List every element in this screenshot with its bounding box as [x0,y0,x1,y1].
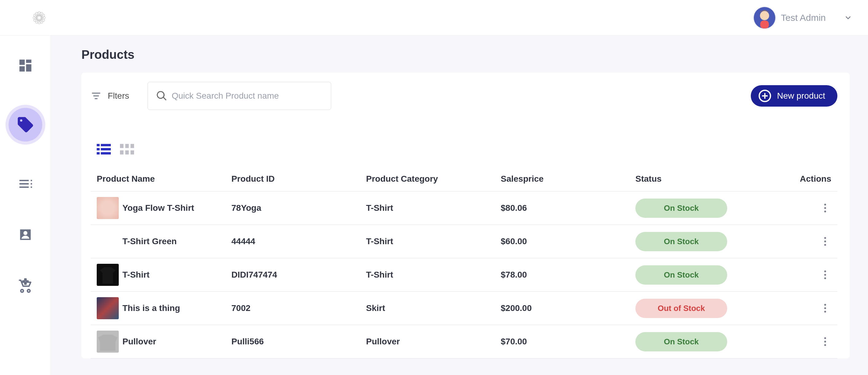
cell-category: Skirt [366,303,501,313]
col-price: Salesprice [501,174,636,184]
product-name: T-Shirt [122,270,150,280]
toolbar: Flters New product [91,82,837,110]
filter-icon [91,90,102,102]
product-name: Yoga Flow T-Shirt [122,203,194,213]
row-more-button[interactable] [819,336,831,348]
row-more-button[interactable] [819,302,831,314]
svg-rect-23 [120,150,124,154]
chevron-down-icon [843,13,853,22]
sidebar-item-orders[interactable] [17,175,34,193]
cell-category: Pullover [366,337,501,347]
cell-status: On Stock [636,232,770,251]
product-name: T-Shirt Green [122,236,177,246]
view-list-button[interactable] [97,144,111,156]
table-header: Product Name Product ID Product Category… [91,167,837,192]
svg-point-34 [824,277,826,279]
cell-category: T-Shirt [366,270,501,280]
svg-point-10 [23,231,27,235]
user-name: Test Admin [781,12,826,23]
page-title: Products [82,48,850,62]
cell-price: $60.00 [501,236,636,246]
more-vertical-icon [824,237,826,246]
sidebar-item-cart[interactable] [17,277,34,294]
table-row[interactable]: PulloverPulli566Pullover$70.00On Stock [91,325,837,358]
table-row[interactable]: This is a thing7002Skirt$200.00Out of St… [91,292,837,325]
svg-point-39 [824,341,826,343]
sidebar-item-customers[interactable] [17,226,34,243]
brand-logo[interactable] [31,9,48,26]
col-status: Status [636,174,770,184]
more-vertical-icon [824,270,826,280]
svg-point-32 [824,270,826,272]
tag-icon [16,116,35,134]
cell-name: Yoga Flow T-Shirt [97,197,231,219]
product-thumbnail [97,297,119,319]
status-badge: On Stock [636,199,727,218]
view-toggle [91,144,837,156]
view-grid-button[interactable] [120,144,134,156]
svg-rect-17 [101,148,111,150]
svg-rect-20 [120,144,124,148]
svg-rect-25 [131,150,134,154]
filters-button[interactable]: Flters [91,90,129,102]
add-cart-icon [18,278,33,293]
app-header: Test Admin [0,0,868,35]
product-name: This is a thing [122,303,180,313]
sidebar-item-products[interactable] [8,108,42,142]
cell-price: $70.00 [501,337,636,347]
filters-label: Flters [108,91,129,101]
list-view-icon [97,144,111,155]
content-panel: Flters New product [82,73,850,358]
cell-price: $200.00 [501,303,636,313]
avatar [754,7,775,28]
cell-actions [770,269,831,281]
products-table: Product Name Product ID Product Category… [91,167,837,358]
grid-view-icon [120,144,134,155]
cell-name: This is a thing [97,297,231,319]
cell-status: On Stock [636,265,770,285]
product-name: Pullover [122,337,156,347]
svg-rect-19 [101,152,111,155]
svg-rect-18 [97,152,100,155]
svg-point-33 [824,274,826,276]
more-vertical-icon [824,337,826,346]
cell-price: $78.00 [501,270,636,280]
search-input[interactable] [172,91,323,101]
cell-id: 44444 [231,236,366,246]
cell-category: T-Shirt [366,236,501,246]
cell-status: On Stock [636,199,770,218]
person-icon [18,227,33,243]
cell-actions [770,235,831,248]
cell-actions [770,336,831,348]
cell-name: Pullover [97,330,231,353]
product-thumbnail [97,264,119,286]
table-row[interactable]: Yoga Flow T-Shirt78YogaT-Shirt$80.06On S… [91,192,837,225]
more-vertical-icon [824,203,826,212]
svg-rect-22 [131,144,134,148]
table-row[interactable]: T-Shirt Green44444T-Shirt$60.00On Stock [91,225,837,258]
svg-point-27 [824,207,826,209]
cell-id: DIDI747474 [231,270,366,280]
svg-rect-24 [125,150,129,154]
cell-actions [770,302,831,314]
more-vertical-icon [824,304,826,313]
user-menu[interactable]: Test Admin [754,7,853,28]
svg-point-31 [824,244,826,246]
cell-actions [770,202,831,214]
sidebar-item-dashboard[interactable] [17,57,34,74]
cell-id: 78Yoga [231,203,366,213]
svg-rect-9 [760,21,769,28]
table-row[interactable]: T-ShirtDIDI747474T-Shirt$78.00On Stock [91,258,837,292]
row-more-button[interactable] [819,235,831,248]
row-more-button[interactable] [819,269,831,281]
list-icon [18,176,33,192]
brand-logo-icon [31,9,48,26]
sidebar [0,35,51,375]
new-product-button[interactable]: New product [751,85,837,107]
status-badge: Out of Stock [636,299,727,318]
search-box[interactable] [148,82,331,110]
svg-point-37 [824,311,826,313]
cell-category: T-Shirt [366,203,501,213]
svg-point-26 [824,204,826,206]
row-more-button[interactable] [819,202,831,214]
